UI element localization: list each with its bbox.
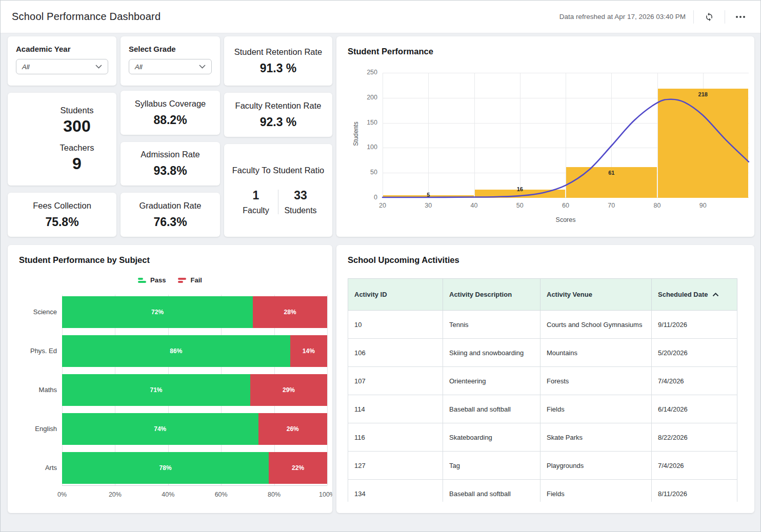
- student-performance-chart-card: Student Performance Students 51661218 Sc…: [336, 36, 754, 237]
- teachers-kpi-value: 9: [47, 154, 107, 173]
- syllabus-coverage-label: Syllabus Coverage: [135, 99, 206, 109]
- pass-segment: 71%: [62, 374, 250, 406]
- page-title: School Performance Dashboard: [12, 11, 161, 23]
- activities-table-body: 10TennisCourts and School Gymnasiums9/11…: [348, 311, 737, 502]
- legend-pass-icon: [138, 278, 146, 283]
- x-tick-label: 60: [554, 202, 577, 209]
- header-divider: [693, 10, 694, 24]
- admission-rate-value: 93.8%: [153, 164, 187, 178]
- table-cell: Fields: [540, 480, 652, 502]
- segment-value: 29%: [283, 386, 295, 394]
- category-label: Arts: [19, 452, 57, 484]
- table-cell: Orienteering: [443, 367, 540, 395]
- table-cell: 5/20/2026: [652, 339, 737, 367]
- table-cell: Baseball and softball: [443, 395, 540, 423]
- x-tick-label: 50: [509, 202, 531, 209]
- table-row: 107OrienteeringForests7/4/2026: [348, 367, 737, 395]
- admission-rate-label: Admission Rate: [141, 150, 200, 159]
- header-actions: Data refreshed at Apr 17, 2026 03:40 PM: [559, 10, 748, 24]
- segment-value: 86%: [170, 347, 182, 355]
- pass-segment: 78%: [62, 452, 269, 484]
- histogram-x-axis-label: Scores: [383, 216, 749, 223]
- dashboard-content: Academic Year All Students 300 Teachers …: [1, 33, 760, 513]
- category-label: Maths: [19, 374, 57, 406]
- segment-value: 26%: [287, 425, 299, 433]
- sort-ascending-icon: [712, 293, 719, 297]
- student-retention-value: 91.3 %: [260, 62, 297, 75]
- upcoming-activities-card: School Upcoming Activities Activity ID A…: [336, 245, 754, 513]
- activities-table-wrap: Activity ID Activity Description Activit…: [348, 278, 743, 502]
- x-tick-label: 40: [463, 202, 486, 209]
- ratio-faculty-value: 1: [235, 189, 277, 202]
- histogram: Students 51661218 Scores 203040506070809…: [348, 73, 743, 237]
- distribution-curve: [383, 73, 749, 198]
- histogram-bar-value: 16: [517, 186, 523, 192]
- graduation-rate-card: Graduation Rate 76.3%: [121, 193, 220, 237]
- y-tick-label: 150: [360, 119, 377, 126]
- segment-value: 71%: [150, 386, 163, 394]
- refresh-button[interactable]: [702, 10, 717, 24]
- grade-select[interactable]: All: [129, 59, 212, 74]
- fail-segment: 26%: [258, 413, 327, 445]
- table-cell: 114: [348, 395, 443, 423]
- subject-chart: 72%28%86%14%71%29%74%26%78%22% 0%20%40%6…: [19, 296, 321, 503]
- x-tick-label: 80: [646, 202, 669, 209]
- academic-year-select[interactable]: All: [16, 59, 108, 74]
- table-row: 127TagPlaygrounds7/4/2026: [348, 452, 737, 480]
- table-cell: 8/22/2026: [652, 423, 737, 452]
- legend-item-fail[interactable]: Fail: [178, 276, 202, 284]
- table-row: 114Baseball and softballFields6/14/2026: [348, 395, 737, 423]
- chart-legend: PassFail: [19, 276, 321, 284]
- histogram-bar-value: 5: [427, 192, 430, 198]
- faculty-student-ratio-label: Faculty To Student Ratio: [232, 166, 324, 175]
- ratio-students-label: Students: [279, 206, 322, 215]
- syllabus-coverage-value: 88.2%: [153, 113, 187, 127]
- pass-segment: 72%: [62, 296, 253, 328]
- y-tick-label: 0: [360, 194, 377, 201]
- legend-item-pass[interactable]: Pass: [138, 276, 166, 284]
- x-tick-label: 80%: [268, 491, 281, 498]
- table-cell: Skate Parks: [540, 423, 652, 452]
- academic-year-label: Academic Year: [16, 45, 108, 53]
- activities-table: Activity ID Activity Description Activit…: [348, 278, 737, 502]
- subject-chart-title: Student Performance by Subject: [19, 255, 321, 265]
- stacked-bar-row: 72%28%: [62, 296, 327, 328]
- table-cell: Skiing and snowboarding: [443, 339, 540, 367]
- grade-filter-card: Select Grade All: [121, 36, 220, 86]
- chevron-down-icon: [95, 65, 102, 69]
- faculty-retention-card: Faculty Retention Rate 92.3 %: [224, 93, 332, 137]
- table-cell: 127: [348, 452, 443, 480]
- category-label: Phys. Ed: [19, 335, 57, 367]
- col-header-scheduled-date[interactable]: Scheduled Date: [652, 279, 737, 311]
- x-tick-label: 70: [600, 202, 623, 209]
- segment-value: 74%: [154, 425, 166, 433]
- dashboard-frame: School Performance Dashboard Data refres…: [0, 0, 761, 532]
- fail-segment: 28%: [253, 296, 327, 328]
- data-refreshed-text: Data refreshed at Apr 17, 2026 03:40 PM: [559, 13, 686, 21]
- x-tick-label: 40%: [162, 491, 174, 498]
- segment-value: 22%: [292, 464, 304, 472]
- table-cell: 106: [348, 339, 443, 367]
- table-cell: Mountains: [540, 339, 652, 367]
- x-tick-label: 20: [371, 202, 394, 209]
- histogram-plot: 51661218: [383, 73, 749, 198]
- table-cell: 8/11/2026: [652, 480, 737, 502]
- more-options-button[interactable]: [733, 10, 748, 24]
- students-kpi-label: Students: [47, 106, 107, 115]
- graduation-rate-label: Graduation Rate: [139, 201, 201, 211]
- table-cell: 107: [348, 367, 443, 395]
- col-header-activity-description[interactable]: Activity Description: [443, 279, 540, 311]
- y-tick-label: 100: [360, 144, 377, 151]
- activities-title: School Upcoming Activities: [348, 255, 743, 265]
- academic-year-filter-card: Academic Year All: [8, 36, 116, 86]
- students-kpi-value: 300: [47, 117, 107, 136]
- col-header-activity-venue[interactable]: Activity Venue: [540, 279, 652, 311]
- histogram-bar-value: 61: [608, 170, 614, 176]
- table-cell: 7/4/2026: [652, 452, 737, 480]
- refresh-icon: [705, 12, 714, 22]
- col-header-activity-id[interactable]: Activity ID: [348, 279, 443, 311]
- table-cell: Baseball and softball: [443, 480, 540, 502]
- fail-segment: 14%: [290, 335, 327, 367]
- fees-collection-card: Fees Collection 75.8%: [8, 193, 116, 237]
- header: School Performance Dashboard Data refres…: [1, 1, 760, 33]
